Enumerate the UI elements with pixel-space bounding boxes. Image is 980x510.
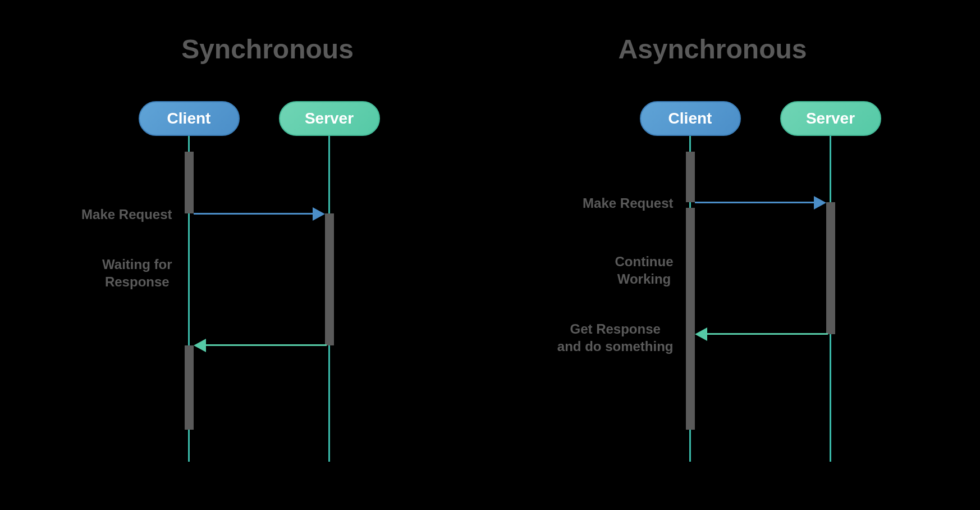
sync-client-label: Client — [167, 110, 211, 128]
async-continue-label: Continue Working — [615, 253, 674, 288]
sync-request-arrow-line — [194, 213, 314, 215]
async-client-activation-top — [686, 152, 695, 202]
async-server-pill: Server — [780, 101, 881, 136]
sync-server-label: Server — [305, 110, 354, 128]
async-response-arrowhead — [695, 327, 707, 341]
sync-server-activation — [325, 213, 334, 345]
sync-waiting-label: Waiting for Response — [102, 256, 172, 290]
async-response-arrow-line — [707, 333, 828, 335]
sync-client-activation-top — [185, 152, 194, 213]
async-server-activation — [826, 202, 835, 334]
async-request-arrowhead — [814, 196, 826, 210]
sync-make-request-label: Make Request — [81, 206, 172, 223]
async-client-activation-middle — [686, 208, 695, 430]
sync-client-pill: Client — [139, 101, 240, 136]
async-client-label: Client — [668, 110, 712, 128]
sync-response-arrowhead — [194, 339, 206, 352]
async-client-pill: Client — [640, 101, 741, 136]
sync-response-arrow-line — [206, 344, 327, 346]
async-title: Asynchronous — [516, 34, 909, 65]
sync-request-arrowhead — [313, 207, 325, 221]
synchronous-diagram: Synchronous Client Server Make Request W… — [71, 34, 464, 472]
sync-title: Synchronous — [71, 34, 464, 65]
async-server-label: Server — [806, 110, 855, 128]
async-request-arrow-line — [695, 202, 816, 203]
asynchronous-diagram: Asynchronous Client Server Make Request … — [516, 34, 909, 472]
sync-server-pill: Server — [279, 101, 380, 136]
async-make-request-label: Make Request — [583, 194, 673, 212]
async-get-response-label: Get Response and do something — [557, 320, 674, 355]
sync-client-activation-bottom — [185, 345, 194, 430]
